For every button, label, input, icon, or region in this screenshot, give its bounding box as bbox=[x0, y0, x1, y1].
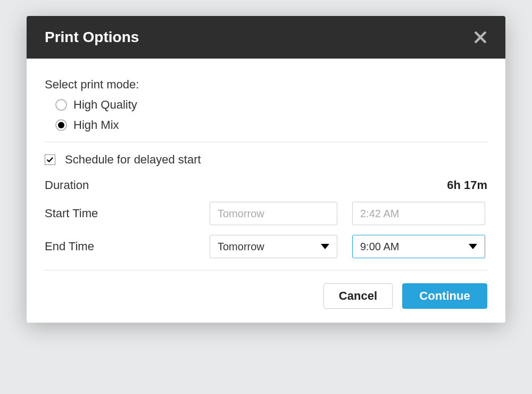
print-options-dialog: Print Options Select print mode: High Qu… bbox=[27, 16, 505, 323]
end-time-value: 9:00 AM bbox=[360, 241, 399, 253]
duration-value: 6h 17m bbox=[447, 178, 487, 192]
radio-label-high-quality: High Quality bbox=[73, 98, 137, 112]
radio-high-mix[interactable]: High Mix bbox=[55, 118, 487, 132]
start-time-field: 2:42 AM bbox=[352, 202, 485, 225]
start-time-label: Start Time bbox=[45, 207, 210, 220]
radio-high-quality[interactable]: High Quality bbox=[55, 98, 487, 112]
close-icon[interactable] bbox=[473, 30, 487, 44]
cancel-button[interactable]: Cancel bbox=[323, 283, 393, 309]
dialog-title: Print Options bbox=[45, 29, 139, 46]
divider bbox=[45, 270, 487, 270]
duration-label: Duration bbox=[45, 178, 210, 192]
end-time-label: End Time bbox=[45, 240, 210, 253]
continue-button-label: Continue bbox=[419, 289, 470, 303]
continue-button[interactable]: Continue bbox=[402, 283, 487, 309]
radio-icon bbox=[55, 99, 67, 111]
dialog-header: Print Options bbox=[27, 16, 505, 59]
chevron-down-icon bbox=[469, 244, 477, 249]
start-time-value: 2:42 AM bbox=[360, 208, 399, 220]
cancel-button-label: Cancel bbox=[339, 289, 377, 303]
dialog-footer: Cancel Continue bbox=[45, 283, 487, 309]
start-time-row: Start Time Tomorrow 2:42 AM bbox=[45, 202, 487, 225]
divider bbox=[45, 142, 487, 142]
chevron-down-icon bbox=[321, 244, 329, 249]
duration-row: Duration 6h 17m bbox=[45, 178, 487, 192]
radio-icon bbox=[55, 119, 67, 131]
check-icon bbox=[46, 156, 54, 163]
dialog-body: Select print mode: High Quality High Mix… bbox=[27, 59, 505, 323]
schedule-checkbox[interactable] bbox=[45, 154, 55, 165]
schedule-checkbox-label: Schedule for delayed start bbox=[65, 153, 201, 167]
end-date-value: Tomorrow bbox=[218, 241, 264, 253]
schedule-checkbox-row: Schedule for delayed start bbox=[45, 153, 487, 167]
start-date-value: Tomorrow bbox=[218, 208, 264, 220]
end-time-select[interactable]: 9:00 AM bbox=[352, 235, 485, 258]
end-date-select[interactable]: Tomorrow bbox=[210, 235, 337, 258]
start-date-field: Tomorrow bbox=[210, 202, 337, 225]
radio-label-high-mix: High Mix bbox=[73, 118, 119, 132]
end-time-row: End Time Tomorrow 9:00 AM bbox=[45, 235, 487, 258]
mode-label: Select print mode: bbox=[45, 78, 487, 92]
